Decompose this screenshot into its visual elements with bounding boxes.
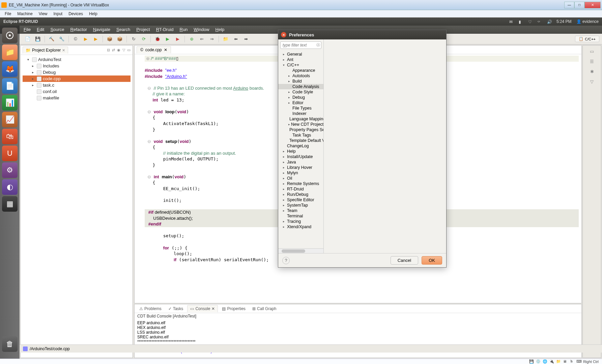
refresh-button[interactable]: ↻ (130, 35, 138, 43)
prefs-nav-item[interactable]: Property Pages Setti (278, 127, 323, 132)
menu-source[interactable]: Source (50, 27, 64, 32)
outline-icon[interactable]: ☰ (588, 58, 596, 65)
menu-edit[interactable]: Edit (37, 27, 44, 32)
prefs-nav-item[interactable]: Terminal (278, 213, 323, 219)
wifi-icon[interactable]: ⌔ (538, 20, 542, 24)
prefs-nav-item[interactable]: File Types (278, 105, 323, 111)
menu-refactor[interactable]: Refactor (70, 27, 87, 32)
hdd-icon[interactable]: 💾 (529, 359, 534, 364)
ubuntu-one-icon[interactable]: U (2, 146, 18, 161)
clock[interactable]: 5:24 PM (556, 19, 572, 24)
prefs-nav-item[interactable]: ▸New CDT Project Wiz (278, 122, 323, 127)
menu-file[interactable]: File (24, 27, 31, 32)
prefs-nav-item[interactable]: ▸SystemTap (278, 203, 323, 208)
firefox-icon[interactable]: 🦊 (2, 61, 18, 77)
files-icon[interactable]: 📁 (2, 44, 18, 60)
minmax-icon[interactable]: ▭ (127, 48, 131, 52)
tab-tasks[interactable]: ✓ Tasks (166, 305, 186, 312)
new-class-button[interactable]: © (71, 35, 80, 43)
prefs-nav-item[interactable]: ▸General (278, 52, 323, 57)
build-config-button[interactable]: 🔧 (58, 35, 66, 43)
prefs-nav-item[interactable]: ▸RT-Druid (278, 186, 323, 192)
menu-help[interactable]: Help (216, 27, 225, 32)
writer-icon[interactable]: 📄 (2, 78, 18, 94)
net-icon[interactable]: 🌐 (543, 359, 547, 364)
mouse-icon[interactable]: 🖱 (570, 359, 574, 364)
horizontal-scrollbar[interactable] (278, 248, 323, 253)
minimize-button[interactable]: — (564, 2, 574, 8)
folder-button[interactable]: 📁 (222, 35, 230, 43)
prefs-nav-item[interactable]: Indexer (278, 111, 323, 116)
prefs-nav-item[interactable]: Appearance (278, 68, 323, 73)
prefs-nav-item[interactable]: ▸Editor (278, 100, 323, 105)
prefs-nav-item[interactable]: ▾C/C++ (278, 62, 323, 68)
calc-icon[interactable]: 📊 (2, 95, 18, 111)
prefs-nav-item[interactable]: ChangeLog (278, 143, 323, 149)
prefs-nav-tree[interactable]: ▸General▸Ant▾C/C++Appearance▸Autotools▸B… (278, 51, 323, 248)
shared-icon[interactable]: 📁 (556, 359, 561, 364)
usb-icon[interactable]: 🔌 (549, 359, 554, 364)
build-button[interactable]: 🔨 (48, 35, 56, 43)
filter-input[interactable] (280, 41, 321, 49)
menu-window[interactable]: Window (194, 27, 209, 32)
help-icon[interactable]: ? (282, 257, 290, 264)
open-type-button[interactable]: 📦 (106, 35, 114, 43)
prefs-nav-item[interactable]: ▸Remote Systems (278, 181, 323, 186)
prefs-nav-item[interactable]: ▸Java (278, 159, 323, 165)
project-tree[interactable]: ▾ ArduinoTest▸ Includes▸ Debug▸ code.cpp… (21, 55, 133, 102)
minimize-icon[interactable]: ▭ (588, 48, 596, 55)
volume-icon[interactable]: 🔊 (547, 20, 552, 24)
tab-callgraph[interactable]: ⊞ Call Graph (250, 305, 279, 312)
disc-icon[interactable]: 💿 (536, 359, 541, 364)
workspace-switcher-icon[interactable]: ▦ (2, 196, 18, 212)
vbox-menu-devices[interactable]: Devices (68, 11, 83, 16)
run-button[interactable]: ▶ (164, 35, 172, 43)
project-explorer-tab[interactable]: 📁 Project Explorer ✕ (23, 47, 68, 54)
display-icon[interactable]: 🖥 (563, 359, 568, 364)
prefs-nav-item[interactable]: ▸Run/Debug (278, 192, 323, 197)
prefs-nav-item[interactable]: ▸Oil (278, 176, 323, 181)
tree-node[interactable]: ▾ ArduinoTest (23, 56, 131, 63)
tab-properties[interactable]: ▤ Properties (219, 305, 248, 312)
close-icon[interactable]: ✕ (62, 48, 65, 53)
software-center-icon[interactable]: 🛍 (2, 129, 18, 144)
prefs-nav-item[interactable]: ▸Autotools (278, 73, 323, 79)
prefs-nav-item[interactable]: ▸Mylyn (278, 170, 323, 176)
forward-button[interactable]: ⇒ (208, 35, 216, 43)
dialog-close-button[interactable]: ✕ (281, 32, 286, 37)
prefs-nav-item[interactable]: Template Default Va (278, 138, 323, 143)
tab-problems[interactable]: ⚠ Problems (137, 305, 164, 312)
tree-node[interactable]: ▸ Includes (23, 63, 131, 69)
menu-search[interactable]: Search (116, 27, 130, 32)
next-button[interactable]: ➡ (242, 35, 250, 43)
debug-button[interactable]: 🐞 (153, 35, 162, 43)
prefs-nav-item[interactable]: ▸Library Hover (278, 165, 323, 170)
tree-node[interactable]: conf.oil (23, 88, 131, 95)
impress-icon[interactable]: 📈 (2, 112, 18, 127)
prefs-nav-item[interactable]: Language Mappings (278, 116, 323, 122)
ok-button[interactable]: OK (422, 256, 442, 265)
open-task-button[interactable]: 📦 (116, 35, 124, 43)
close-icon[interactable]: ✕ (211, 306, 215, 311)
vbox-menu-help[interactable]: Help (89, 11, 97, 16)
prefs-nav-item[interactable]: ▸Code Style (278, 89, 323, 95)
cancel-button[interactable]: Cancel (391, 256, 418, 265)
prefs-nav-item[interactable]: ▸Team (278, 208, 323, 213)
link-icon[interactable]: ⇄ (112, 48, 115, 52)
tree-node[interactable]: ▸ task.c (23, 82, 131, 88)
prefs-nav-item[interactable]: ▸Help (278, 149, 323, 154)
menu-rtdruid[interactable]: RT-Druid (156, 27, 174, 32)
prefs-nav-item[interactable]: ▸Tracing (278, 219, 323, 224)
prefs-nav-item[interactable]: ▸Debug (278, 95, 323, 100)
step-over-button[interactable]: ▶ (82, 35, 90, 43)
close-icon[interactable]: ✕ (164, 48, 167, 52)
profile-button[interactable]: ⊕ (188, 35, 196, 43)
tab-console[interactable]: ▭ Console ✕ (187, 305, 218, 312)
external-button[interactable]: ▶ (174, 35, 182, 43)
prefs-nav-item[interactable]: ▸Install/Update (278, 154, 323, 159)
close-button[interactable]: ✕ (584, 2, 601, 8)
make-icon[interactable]: ✱ (588, 68, 596, 75)
eclipse-icon[interactable]: ◐ (2, 179, 18, 195)
clear-icon[interactable]: ⓧ (316, 42, 320, 48)
vbox-menu-file[interactable]: File (5, 11, 11, 16)
